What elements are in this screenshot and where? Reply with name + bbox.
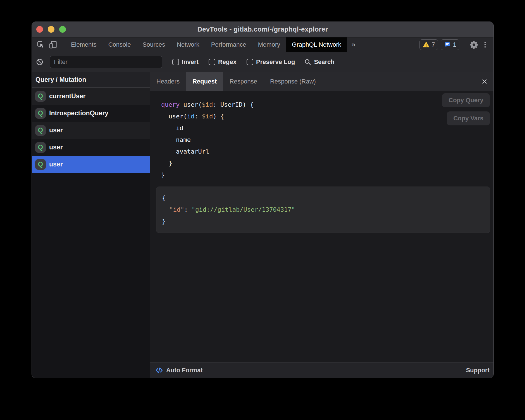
tab-network[interactable]: Network bbox=[171, 37, 205, 52]
toolbar-divider bbox=[62, 40, 62, 49]
devtools-window: DevTools - gitlab.com/-/graphql-explorer… bbox=[32, 22, 494, 378]
copy-vars-button[interactable]: Copy Vars bbox=[447, 111, 490, 125]
tab-sources[interactable]: Sources bbox=[137, 37, 171, 52]
detail-tab-strip: Headers Request Response Response (Raw) bbox=[150, 72, 493, 91]
window-title: DevTools - gitlab.com/-/graphql-explorer bbox=[197, 25, 328, 33]
regex-checkbox[interactable] bbox=[209, 59, 215, 65]
filter-input[interactable] bbox=[50, 56, 162, 68]
query-list-item[interactable]: Q IntrospectionQuery bbox=[32, 105, 150, 122]
search-icon bbox=[304, 58, 312, 66]
filter-toolbar: Invert Regex Preserve Log Search bbox=[32, 52, 493, 72]
zoom-window-button[interactable] bbox=[59, 26, 66, 33]
query-list-item[interactable]: Q user bbox=[32, 139, 150, 156]
detail-footer: Auto Format Support bbox=[150, 362, 493, 378]
inspect-element-button[interactable] bbox=[35, 39, 47, 51]
query-type-badge: Q bbox=[35, 125, 46, 136]
kebab-menu-icon bbox=[481, 41, 489, 49]
tab-graphql-network[interactable]: GraphQL Network bbox=[286, 37, 347, 52]
query-type-badge: Q bbox=[35, 159, 46, 170]
invert-label: Invert bbox=[182, 58, 199, 66]
query-name: currentUser bbox=[49, 92, 85, 100]
code-line: { bbox=[162, 192, 484, 204]
warnings-count: 7 bbox=[432, 41, 435, 48]
auto-format-label: Auto Format bbox=[166, 367, 203, 374]
query-list-header: Query / Mutation bbox=[32, 72, 150, 88]
query-type-badge: Q bbox=[35, 142, 46, 153]
close-detail-button[interactable] bbox=[478, 75, 491, 88]
message-bubble-icon bbox=[444, 41, 451, 48]
menu-button[interactable] bbox=[480, 39, 490, 51]
query-list-item[interactable]: Q currentUser bbox=[32, 88, 150, 105]
gear-icon bbox=[469, 40, 478, 49]
tab-request[interactable]: Request bbox=[186, 72, 223, 91]
toggle-device-toolbar-button[interactable] bbox=[47, 39, 59, 51]
issues-badge[interactable]: 1 bbox=[441, 39, 459, 50]
clear-button[interactable] bbox=[34, 56, 46, 68]
code-line: } bbox=[162, 216, 484, 227]
devtools-toolbar: Elements Console Sources Network Perform… bbox=[32, 37, 493, 52]
invert-checkbox[interactable] bbox=[172, 59, 179, 65]
tab-console[interactable]: Console bbox=[102, 37, 137, 52]
query-type-badge: Q bbox=[35, 91, 46, 102]
tab-headers[interactable]: Headers bbox=[150, 72, 186, 91]
query-type-badge: Q bbox=[35, 108, 46, 119]
warnings-badge[interactable]: 7 bbox=[419, 39, 438, 50]
query-name: IntrospectionQuery bbox=[49, 109, 108, 117]
request-content: Copy Query Copy Vars query user($id: Use… bbox=[150, 91, 493, 362]
query-name: user bbox=[49, 144, 63, 151]
code-line: name bbox=[161, 134, 493, 146]
preserve-log-toggle: Preserve Log bbox=[247, 58, 295, 66]
issues-count: 1 bbox=[453, 41, 456, 48]
tab-performance[interactable]: Performance bbox=[205, 37, 252, 52]
close-window-button[interactable] bbox=[36, 26, 43, 33]
preserve-log-checkbox[interactable] bbox=[247, 59, 253, 65]
code-line: } bbox=[161, 169, 493, 181]
warning-triangle-icon bbox=[423, 41, 430, 48]
code-line: avatarUrl bbox=[161, 146, 493, 157]
traffic-lights bbox=[36, 22, 66, 37]
minimize-window-button[interactable] bbox=[48, 26, 54, 33]
support-link[interactable]: Support bbox=[466, 367, 490, 374]
preserve-log-label: Preserve Log bbox=[256, 58, 295, 66]
query-name: user bbox=[49, 161, 63, 168]
regex-label: Regex bbox=[218, 58, 237, 66]
window-titlebar: DevTools - gitlab.com/-/graphql-explorer bbox=[32, 22, 493, 37]
more-tabs-button[interactable]: » bbox=[347, 40, 360, 49]
regex-toggle: Regex bbox=[209, 58, 237, 66]
block-icon bbox=[36, 58, 44, 66]
tab-memory[interactable]: Memory bbox=[252, 37, 286, 52]
code-format-icon bbox=[155, 366, 163, 374]
device-toolbar-icon bbox=[48, 40, 58, 49]
main-area: Query / Mutation Q currentUser Q Introsp… bbox=[32, 72, 493, 378]
search-label: Search bbox=[314, 58, 334, 66]
inspect-cursor-icon bbox=[36, 40, 46, 49]
query-variables-box: { "id": "gid://gitlab/User/13704317" } bbox=[156, 187, 490, 233]
tab-response[interactable]: Response bbox=[223, 72, 264, 91]
code-line: "id": "gid://gitlab/User/13704317" bbox=[162, 204, 484, 216]
search-button[interactable]: Search bbox=[304, 58, 334, 66]
query-name: user bbox=[49, 127, 63, 134]
query-list-item-selected[interactable]: Q user bbox=[32, 156, 150, 173]
tab-response-raw[interactable]: Response (Raw) bbox=[264, 72, 322, 91]
copy-query-button[interactable]: Copy Query bbox=[442, 93, 490, 107]
request-detail-panel: Headers Request Response Response (Raw) … bbox=[150, 72, 493, 378]
invert-toggle: Invert bbox=[172, 58, 199, 66]
close-icon bbox=[481, 78, 488, 85]
settings-button[interactable] bbox=[468, 39, 480, 51]
copy-buttons: Copy Query Copy Vars bbox=[442, 93, 490, 125]
query-list-panel: Query / Mutation Q currentUser Q Introsp… bbox=[32, 72, 150, 378]
code-line: } bbox=[161, 157, 493, 169]
toolbar-divider bbox=[465, 40, 465, 49]
auto-format-button[interactable]: Auto Format bbox=[155, 366, 203, 374]
tab-elements[interactable]: Elements bbox=[65, 37, 102, 52]
query-list-item[interactable]: Q user bbox=[32, 122, 150, 139]
